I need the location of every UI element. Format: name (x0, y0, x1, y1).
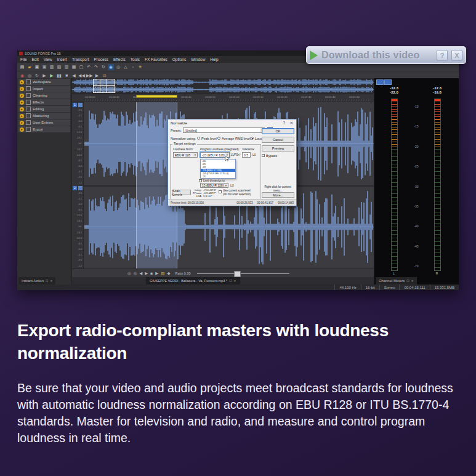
rms-level-radio[interactable] (217, 137, 220, 140)
loop-region-icon[interactable]: ◎ (127, 271, 131, 276)
copy-icon[interactable]: ▥ (63, 64, 70, 70)
loudness-norm-combobox[interactable]: EBU R 128 ▾ (173, 152, 198, 158)
snap-icon[interactable]: ▫ (130, 64, 136, 70)
limit-dynamics-checkbox[interactable] (199, 179, 202, 182)
overview-selection-box[interactable] (93, 79, 115, 93)
play-all-icon[interactable]: ▶ (41, 73, 47, 79)
meter-hold-button[interactable] (384, 79, 392, 85)
ok-button[interactable]: OK (262, 128, 294, 134)
trim-icon[interactable]: ▢ (78, 64, 84, 70)
dock-icon[interactable]: ⊡ (406, 279, 409, 283)
go-to-start-icon[interactable]: ◀ (71, 73, 77, 79)
export-icon[interactable]: ▥ (49, 64, 55, 70)
more-button[interactable]: More... (262, 192, 294, 198)
open-folder-icon[interactable]: ▰ (26, 64, 33, 70)
sidebar-item[interactable]: ▸ Mastering (18, 113, 70, 119)
help-tool-icon[interactable]: ✳ (137, 64, 143, 70)
sidebar-item[interactable]: ▸ User Entries (18, 119, 70, 126)
record-icon[interactable]: ◉ (19, 73, 25, 79)
time-ruler[interactable]: 00:00:0000:00:1000:00:2000:00:3000:00:40… (72, 94, 374, 102)
expand-arrow-icon[interactable]: ▸ (20, 94, 24, 98)
magnify-tool-icon[interactable]: ◎ (115, 64, 121, 70)
overlay-close-button[interactable]: X (451, 50, 462, 61)
forward-icon[interactable]: ▶▶ (86, 73, 93, 79)
rms-level-label[interactable]: Average RMS level (222, 137, 251, 140)
expand-arrow-icon[interactable]: ▸ (20, 127, 24, 132)
paste-icon[interactable]: ▦ (71, 64, 77, 70)
scrub-icon[interactable]: ⊡ (102, 73, 108, 79)
envelope-tool-icon[interactable]: △ (123, 64, 129, 70)
tolerance-combobox[interactable]: 0,5 (242, 152, 251, 158)
menu-item[interactable]: Process (94, 57, 108, 62)
menu-item[interactable]: Options (172, 57, 186, 62)
loudness-radio[interactable] (251, 137, 254, 140)
dialog-help-button[interactable]: ? (283, 121, 285, 125)
new-file-icon[interactable]: ▤ (19, 64, 25, 70)
overview-strip[interactable] (72, 78, 374, 94)
loop-region-bar[interactable] (136, 95, 177, 98)
expand-arrow-icon[interactable]: ▸ (20, 121, 24, 125)
dialog-close-button[interactable]: ✕ (290, 121, 293, 126)
dock-icon[interactable]: ⊡ (229, 279, 232, 283)
loop-playback-icon[interactable]: ◎ (134, 271, 137, 276)
expand-arrow-icon[interactable]: ▸ (20, 107, 24, 111)
expand-arrow-icon[interactable]: ▸ (20, 114, 24, 118)
menu-item[interactable]: Insert (57, 57, 67, 62)
channel-meters-tab[interactable]: Channel Meters ⊡ ✕ (376, 277, 417, 284)
overlay-help-button[interactable]: ? (437, 50, 448, 61)
dock-icon[interactable]: ⊡ (46, 279, 48, 283)
play-icon[interactable]: ▶ (49, 73, 55, 79)
rescan-icon[interactable]: ↻ (100, 64, 107, 70)
dropdown-option[interactable]: -25 (201, 175, 235, 178)
bypass-checkbox[interactable] (262, 154, 265, 157)
go-to-start-icon[interactable]: ◀ (139, 271, 142, 276)
pencil-tool-icon[interactable]: ▨ (161, 271, 164, 276)
cut-icon[interactable]: ▧ (56, 64, 62, 70)
scan-levels-button[interactable]: Scan Levels (172, 190, 191, 195)
go-to-end-icon[interactable]: ▶ (145, 271, 148, 276)
menu-item[interactable]: Transport (72, 57, 89, 62)
limit-dynamics-label[interactable]: Limit dynamics to: (203, 179, 225, 182)
menu-item[interactable]: View (44, 57, 52, 62)
expand-arrow-icon[interactable]: ▸ (20, 87, 24, 91)
close-tab-icon[interactable]: ✕ (411, 279, 414, 283)
menu-item[interactable]: FX Favorites (145, 57, 167, 62)
menu-item[interactable]: Help (210, 57, 218, 62)
limit-dynamics-combobox[interactable]: 15 (EBU R 128) ▾ (200, 183, 228, 188)
peak-level-label[interactable]: Peak level (201, 137, 217, 140)
sidebar-item[interactable]: ▸ Import (18, 86, 70, 92)
edit-tool-icon[interactable]: ◉ (108, 64, 114, 70)
playback-rate-slider[interactable] (197, 273, 289, 274)
expand-arrow-icon[interactable]: ▸ (20, 100, 24, 105)
close-tab-icon[interactable]: ✕ (233, 279, 236, 283)
menu-item[interactable]: Tools (131, 57, 140, 62)
close-tab-icon[interactable]: ✕ (50, 279, 52, 283)
redo-icon[interactable]: ↷ (93, 64, 99, 70)
peak-level-radio[interactable] (197, 137, 200, 140)
menu-item[interactable]: File (20, 57, 26, 62)
loop-icon[interactable]: ↻ (34, 73, 40, 79)
sidebar-item[interactable]: ▸ Effects (18, 99, 70, 105)
menu-item[interactable]: Edit (31, 57, 38, 62)
save-all-icon[interactable]: ▣ (41, 64, 47, 70)
loop-playback-icon[interactable]: ◎ (26, 73, 33, 79)
preset-combobox[interactable]: (Untitled) ▾ (183, 127, 265, 133)
menu-item[interactable]: Effects (113, 57, 126, 62)
expand-arrow-icon[interactable]: ▸ (20, 80, 24, 84)
channel-1-badge[interactable]: 1 (73, 103, 77, 107)
download-video-label[interactable]: Download this video (321, 50, 433, 61)
use-current-scan-label-2[interactable]: (do not scan selection) (223, 193, 251, 196)
bypass-label[interactable]: Bypass (266, 154, 277, 158)
instant-action-tab[interactable]: Instant Action ⊡ ✕ (18, 277, 55, 284)
use-current-scan-label-1[interactable]: Use current scan level (223, 189, 251, 192)
meter-options-button[interactable] (376, 79, 384, 85)
download-video-overlay[interactable]: Download this video ? X (306, 46, 466, 64)
chevron-down-icon[interactable]: ▾ (193, 153, 197, 157)
sidebar-item[interactable]: ▸ Export (18, 126, 70, 132)
channel-2-minimize-button[interactable]: – (78, 186, 83, 190)
go-to-end-icon[interactable]: ▶ (94, 73, 100, 79)
sidebar-item[interactable]: ▸ Editing (18, 106, 70, 112)
menu-item[interactable]: Window (191, 57, 205, 62)
channel-2-badge[interactable]: 2 (73, 186, 77, 190)
pause-icon[interactable]: ▮▮ (56, 73, 62, 79)
